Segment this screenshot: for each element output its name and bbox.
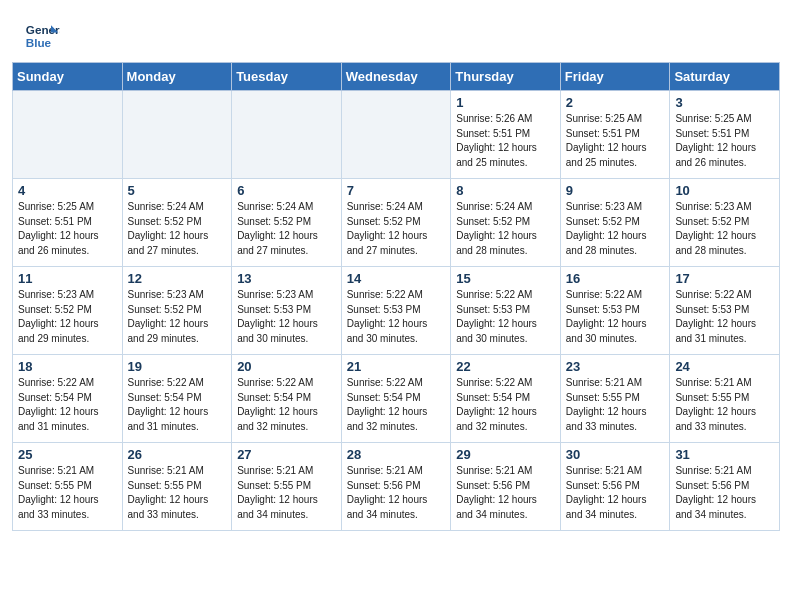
day-cell-25: 25Sunrise: 5:21 AMSunset: 5:55 PMDayligh… [13,443,123,531]
day-cell-4: 4Sunrise: 5:25 AMSunset: 5:51 PMDaylight… [13,179,123,267]
day-info: Sunrise: 5:21 AMSunset: 5:56 PMDaylight:… [456,464,555,522]
day-number: 29 [456,447,555,462]
day-number: 25 [18,447,117,462]
day-cell-31: 31Sunrise: 5:21 AMSunset: 5:56 PMDayligh… [670,443,780,531]
day-number: 6 [237,183,336,198]
day-cell-22: 22Sunrise: 5:22 AMSunset: 5:54 PMDayligh… [451,355,561,443]
day-cell-11: 11Sunrise: 5:23 AMSunset: 5:52 PMDayligh… [13,267,123,355]
day-cell-13: 13Sunrise: 5:23 AMSunset: 5:53 PMDayligh… [232,267,342,355]
day-cell-24: 24Sunrise: 5:21 AMSunset: 5:55 PMDayligh… [670,355,780,443]
empty-cell [232,91,342,179]
page-header: General Blue [0,0,792,62]
day-number: 24 [675,359,774,374]
empty-cell [122,91,232,179]
day-cell-1: 1Sunrise: 5:26 AMSunset: 5:51 PMDaylight… [451,91,561,179]
day-cell-28: 28Sunrise: 5:21 AMSunset: 5:56 PMDayligh… [341,443,451,531]
day-number: 23 [566,359,665,374]
day-info: Sunrise: 5:22 AMSunset: 5:54 PMDaylight:… [347,376,446,434]
day-number: 1 [456,95,555,110]
day-info: Sunrise: 5:24 AMSunset: 5:52 PMDaylight:… [347,200,446,258]
day-info: Sunrise: 5:25 AMSunset: 5:51 PMDaylight:… [675,112,774,170]
day-cell-9: 9Sunrise: 5:23 AMSunset: 5:52 PMDaylight… [560,179,670,267]
day-info: Sunrise: 5:22 AMSunset: 5:53 PMDaylight:… [566,288,665,346]
day-cell-8: 8Sunrise: 5:24 AMSunset: 5:52 PMDaylight… [451,179,561,267]
day-number: 10 [675,183,774,198]
week-row-2: 4Sunrise: 5:25 AMSunset: 5:51 PMDaylight… [13,179,780,267]
week-row-1: 1Sunrise: 5:26 AMSunset: 5:51 PMDaylight… [13,91,780,179]
days-header-row: SundayMondayTuesdayWednesdayThursdayFrid… [13,63,780,91]
day-info: Sunrise: 5:23 AMSunset: 5:52 PMDaylight:… [675,200,774,258]
day-header-thursday: Thursday [451,63,561,91]
day-cell-23: 23Sunrise: 5:21 AMSunset: 5:55 PMDayligh… [560,355,670,443]
week-row-3: 11Sunrise: 5:23 AMSunset: 5:52 PMDayligh… [13,267,780,355]
day-info: Sunrise: 5:25 AMSunset: 5:51 PMDaylight:… [566,112,665,170]
day-number: 21 [347,359,446,374]
day-cell-20: 20Sunrise: 5:22 AMSunset: 5:54 PMDayligh… [232,355,342,443]
day-number: 13 [237,271,336,286]
day-cell-12: 12Sunrise: 5:23 AMSunset: 5:52 PMDayligh… [122,267,232,355]
day-info: Sunrise: 5:25 AMSunset: 5:51 PMDaylight:… [18,200,117,258]
day-info: Sunrise: 5:23 AMSunset: 5:52 PMDaylight:… [128,288,227,346]
logo-icon: General Blue [24,18,60,54]
day-number: 9 [566,183,665,198]
day-cell-5: 5Sunrise: 5:24 AMSunset: 5:52 PMDaylight… [122,179,232,267]
day-number: 12 [128,271,227,286]
day-number: 8 [456,183,555,198]
day-cell-7: 7Sunrise: 5:24 AMSunset: 5:52 PMDaylight… [341,179,451,267]
day-header-wednesday: Wednesday [341,63,451,91]
day-header-friday: Friday [560,63,670,91]
week-row-4: 18Sunrise: 5:22 AMSunset: 5:54 PMDayligh… [13,355,780,443]
day-cell-27: 27Sunrise: 5:21 AMSunset: 5:55 PMDayligh… [232,443,342,531]
day-number: 20 [237,359,336,374]
day-number: 4 [18,183,117,198]
day-number: 3 [675,95,774,110]
day-info: Sunrise: 5:22 AMSunset: 5:54 PMDaylight:… [128,376,227,434]
logo: General Blue [24,18,60,54]
day-header-monday: Monday [122,63,232,91]
day-number: 31 [675,447,774,462]
day-number: 16 [566,271,665,286]
day-info: Sunrise: 5:22 AMSunset: 5:54 PMDaylight:… [18,376,117,434]
day-number: 2 [566,95,665,110]
day-info: Sunrise: 5:23 AMSunset: 5:53 PMDaylight:… [237,288,336,346]
day-number: 11 [18,271,117,286]
day-info: Sunrise: 5:24 AMSunset: 5:52 PMDaylight:… [237,200,336,258]
day-cell-19: 19Sunrise: 5:22 AMSunset: 5:54 PMDayligh… [122,355,232,443]
day-header-saturday: Saturday [670,63,780,91]
day-number: 18 [18,359,117,374]
day-info: Sunrise: 5:21 AMSunset: 5:56 PMDaylight:… [347,464,446,522]
day-info: Sunrise: 5:21 AMSunset: 5:55 PMDaylight:… [566,376,665,434]
calendar-table: SundayMondayTuesdayWednesdayThursdayFrid… [12,62,780,531]
day-number: 30 [566,447,665,462]
day-number: 14 [347,271,446,286]
day-info: Sunrise: 5:21 AMSunset: 5:55 PMDaylight:… [18,464,117,522]
day-cell-3: 3Sunrise: 5:25 AMSunset: 5:51 PMDaylight… [670,91,780,179]
day-info: Sunrise: 5:21 AMSunset: 5:56 PMDaylight:… [566,464,665,522]
day-cell-10: 10Sunrise: 5:23 AMSunset: 5:52 PMDayligh… [670,179,780,267]
empty-cell [341,91,451,179]
day-header-tuesday: Tuesday [232,63,342,91]
day-number: 17 [675,271,774,286]
day-info: Sunrise: 5:22 AMSunset: 5:53 PMDaylight:… [675,288,774,346]
day-info: Sunrise: 5:26 AMSunset: 5:51 PMDaylight:… [456,112,555,170]
day-cell-2: 2Sunrise: 5:25 AMSunset: 5:51 PMDaylight… [560,91,670,179]
day-info: Sunrise: 5:22 AMSunset: 5:53 PMDaylight:… [456,288,555,346]
day-number: 19 [128,359,227,374]
day-info: Sunrise: 5:22 AMSunset: 5:53 PMDaylight:… [347,288,446,346]
day-info: Sunrise: 5:21 AMSunset: 5:55 PMDaylight:… [675,376,774,434]
day-cell-6: 6Sunrise: 5:24 AMSunset: 5:52 PMDaylight… [232,179,342,267]
day-cell-14: 14Sunrise: 5:22 AMSunset: 5:53 PMDayligh… [341,267,451,355]
day-info: Sunrise: 5:24 AMSunset: 5:52 PMDaylight:… [128,200,227,258]
day-cell-21: 21Sunrise: 5:22 AMSunset: 5:54 PMDayligh… [341,355,451,443]
day-info: Sunrise: 5:22 AMSunset: 5:54 PMDaylight:… [456,376,555,434]
day-number: 27 [237,447,336,462]
day-info: Sunrise: 5:21 AMSunset: 5:55 PMDaylight:… [128,464,227,522]
day-info: Sunrise: 5:21 AMSunset: 5:55 PMDaylight:… [237,464,336,522]
day-number: 15 [456,271,555,286]
empty-cell [13,91,123,179]
day-header-sunday: Sunday [13,63,123,91]
day-cell-16: 16Sunrise: 5:22 AMSunset: 5:53 PMDayligh… [560,267,670,355]
day-info: Sunrise: 5:21 AMSunset: 5:56 PMDaylight:… [675,464,774,522]
day-cell-29: 29Sunrise: 5:21 AMSunset: 5:56 PMDayligh… [451,443,561,531]
day-cell-18: 18Sunrise: 5:22 AMSunset: 5:54 PMDayligh… [13,355,123,443]
